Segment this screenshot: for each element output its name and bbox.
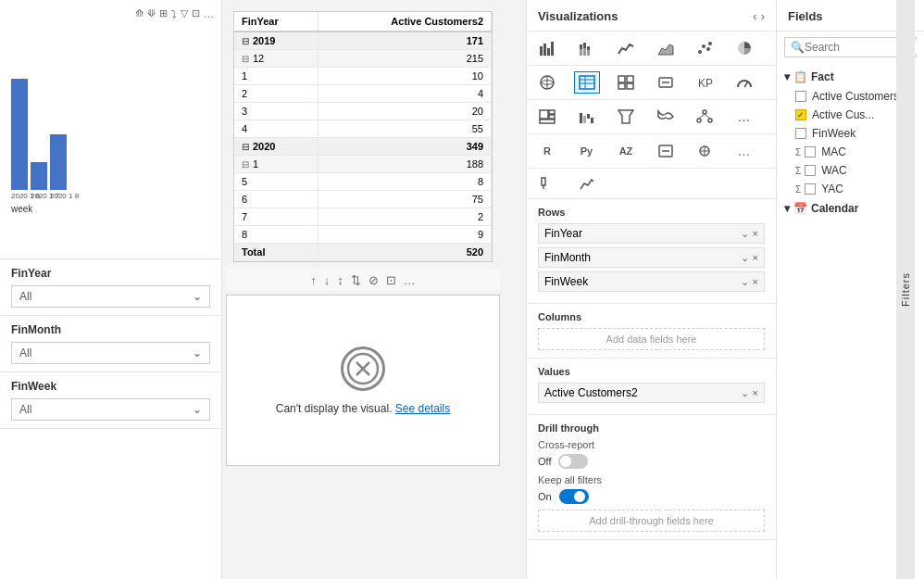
- rows-section: Rows FinYear ⌄ × FinMonth ⌄ × FinWeek ⌄ …: [527, 199, 776, 304]
- format-analytics-icon[interactable]: [574, 172, 600, 195]
- table-row: 72: [234, 208, 492, 226]
- svg-rect-27: [627, 83, 633, 89]
- viz-decomp-icon[interactable]: [692, 106, 718, 128]
- values-field-customers-label: Active Customers2: [544, 386, 638, 399]
- field-active-customers2-checkbox[interactable]: [795, 91, 806, 102]
- viz-az-icon[interactable]: AZ: [613, 140, 639, 162]
- viz-back-button[interactable]: ‹: [753, 9, 756, 23]
- svg-rect-12: [587, 50, 590, 56]
- col-header-finyear: FinYear: [234, 12, 318, 31]
- field-yac-checkbox[interactable]: [805, 183, 816, 195]
- more-table-icon[interactable]: …: [404, 273, 416, 287]
- expand-icon[interactable]: ⊞: [159, 7, 168, 19]
- expand-row-icon[interactable]: ⊟: [242, 159, 249, 170]
- rows-finweek-close-icon[interactable]: ×: [753, 276, 758, 288]
- viz-waterfall-icon[interactable]: [574, 106, 600, 128]
- sort-desc-icon[interactable]: ↓: [324, 273, 331, 287]
- bar-chart: [7, 23, 214, 190]
- viz-custom2-icon[interactable]: [692, 140, 718, 162]
- rows-finweek-chevron-icon[interactable]: ⌄: [741, 276, 749, 288]
- expand-row-icon[interactable]: ⊟: [242, 54, 249, 64]
- filter-icon[interactable]: ▽: [181, 7, 188, 19]
- svg-rect-10: [583, 48, 586, 56]
- filter-table-icon[interactable]: ⊘: [368, 273, 379, 287]
- table-cell-value: 349: [318, 138, 491, 156]
- field-active-cus-checkbox[interactable]: ✓: [795, 109, 806, 120]
- expand-all-icon[interactable]: ⇅: [351, 273, 361, 287]
- drill-through-add-placeholder[interactable]: Add drill-through fields here: [538, 510, 765, 532]
- error-visual: Can't display the visual. See details: [226, 295, 500, 466]
- keep-filters-toggle[interactable]: [559, 489, 589, 504]
- drill-next-icon[interactable]: ⤵: [171, 8, 177, 19]
- see-details-link[interactable]: See details: [395, 402, 450, 415]
- viz-custom1-icon[interactable]: [653, 140, 679, 162]
- table-cell-value: 20: [318, 103, 491, 120]
- table-cell-value: 75: [318, 191, 491, 208]
- bar-2020-1-8[interactable]: [50, 134, 67, 190]
- svg-rect-8: [580, 49, 582, 56]
- svg-point-16: [706, 47, 710, 51]
- expand-row-icon[interactable]: ⊟: [242, 36, 249, 46]
- cross-report-toggle[interactable]: [558, 454, 588, 469]
- svg-rect-24: [618, 76, 625, 82]
- finweek-dropdown[interactable]: All ⌄: [11, 398, 210, 421]
- table-cell-label: 6: [234, 191, 318, 208]
- field-wac-checkbox[interactable]: [805, 165, 816, 176]
- calendar-expand-icon: ▾: [784, 202, 790, 215]
- drill-down-icon[interactable]: ⟱: [147, 7, 156, 19]
- viz-area-chart-icon[interactable]: [653, 37, 679, 59]
- svg-rect-7: [580, 44, 582, 49]
- viz-python-icon[interactable]: Py: [574, 140, 600, 162]
- viz-bar-chart-icon[interactable]: [534, 37, 560, 59]
- rows-finmonth-chevron-icon[interactable]: ⌄: [741, 252, 749, 264]
- viz-gauge-icon[interactable]: [731, 71, 757, 94]
- bar-2020-1-6[interactable]: [11, 79, 28, 190]
- viz-line-chart-icon[interactable]: [613, 37, 639, 59]
- viz-stacked-bar-icon[interactable]: [574, 37, 600, 59]
- table-cell-label: ⊟2020: [234, 138, 318, 156]
- error-icon: [341, 346, 385, 391]
- table-row: ⊟12215: [234, 50, 492, 68]
- sort-both-icon[interactable]: ↕: [337, 273, 343, 287]
- viz-matrix-icon[interactable]: [613, 71, 639, 94]
- bar-2020-1-7[interactable]: [31, 162, 47, 190]
- more-options-icon[interactable]: …: [204, 8, 214, 19]
- viz-forward-button[interactable]: ›: [761, 9, 765, 23]
- viz-card-icon[interactable]: [653, 71, 679, 94]
- viz-ribbon-icon[interactable]: [653, 106, 679, 128]
- field-mac-checkbox[interactable]: [805, 146, 816, 157]
- finyear-dropdown[interactable]: All ⌄: [11, 285, 210, 308]
- rows-field-finyear: FinYear ⌄ ×: [538, 223, 765, 244]
- rows-finmonth-close-icon[interactable]: ×: [753, 252, 758, 264]
- viz-more2-icon[interactable]: …: [731, 140, 757, 162]
- viz-table-icon[interactable]: [574, 71, 600, 94]
- viz-kpi-icon[interactable]: KPI: [692, 71, 718, 94]
- svg-line-31: [744, 82, 748, 87]
- expand-row-icon[interactable]: ⊟: [242, 142, 249, 152]
- viz-pie-icon[interactable]: [731, 37, 757, 59]
- viz-scatter-icon[interactable]: [692, 37, 718, 59]
- drill-up-icon[interactable]: ⟰: [135, 7, 144, 19]
- values-section: Values Active Customers2 ⌄ ×: [527, 359, 776, 415]
- focus-icon[interactable]: ⊡: [192, 7, 200, 19]
- viz-more-icon[interactable]: …: [731, 106, 757, 128]
- viz-treemap-icon[interactable]: [534, 106, 560, 128]
- field-finweek-checkbox[interactable]: [795, 128, 806, 139]
- svg-line-45: [705, 114, 710, 119]
- table-row: 89: [234, 226, 492, 244]
- format-paint-icon[interactable]: [534, 172, 560, 195]
- viz-funnel-icon[interactable]: [613, 106, 639, 128]
- viz-r-icon[interactable]: R: [534, 140, 560, 162]
- filters-tab[interactable]: Filters: [896, 0, 915, 579]
- rows-finyear-close-icon[interactable]: ×: [753, 228, 758, 240]
- rows-field-finmonth: FinMonth ⌄ ×: [538, 247, 765, 268]
- finmonth-dropdown[interactable]: All ⌄: [11, 342, 210, 364]
- viz-map-icon[interactable]: [534, 71, 560, 94]
- columns-add-placeholder[interactable]: Add data fields here: [538, 328, 765, 350]
- values-customers-close-icon[interactable]: ×: [753, 387, 758, 399]
- sort-asc-icon[interactable]: ↑: [310, 273, 317, 287]
- rows-finyear-chevron-icon[interactable]: ⌄: [741, 228, 749, 240]
- values-customers-chevron-icon[interactable]: ⌄: [741, 387, 749, 399]
- focus-table-icon[interactable]: ⊡: [386, 273, 396, 287]
- svg-marker-40: [618, 110, 633, 123]
